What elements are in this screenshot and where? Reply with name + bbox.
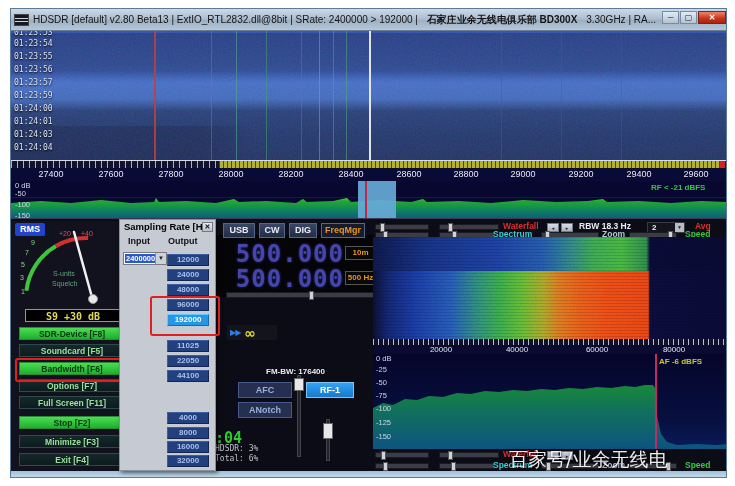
input-header: Input (128, 236, 150, 246)
close-icon[interactable]: ✕ (698, 11, 726, 24)
meter-tick: 3 (20, 274, 24, 281)
freq-tick: 28600 (389, 169, 429, 179)
fast-forward-icon[interactable]: ▶▶ (230, 328, 240, 337)
waterfall-upper-slider[interactable] (375, 224, 429, 230)
afc-button[interactable]: AFC (238, 382, 292, 398)
slider-thumb[interactable] (451, 462, 456, 471)
minimize-button[interactable]: Minimize [F3] (19, 435, 125, 448)
slider-thumb[interactable] (381, 451, 386, 460)
exit-button[interactable]: Exit [F4] (19, 453, 125, 466)
lo-frequency-display[interactable]: 500.000 (216, 243, 344, 266)
fm-bandwidth-readout: FM-BW: 176400 (266, 367, 325, 376)
af-freq-tick: 40000 (493, 345, 541, 354)
rate-option[interactable]: 24000 (167, 269, 209, 281)
hdsdr-window: HDSDR [default] v2.80 Beta13 | ExtIO_RTL… (10, 8, 727, 478)
rate-option[interactable]: 12000 (167, 254, 209, 266)
rate-option[interactable]: 8000 (167, 427, 209, 439)
playback-controls[interactable]: ▶▶ ∞ (227, 325, 277, 340)
stop-button[interactable]: Stop [F2] (19, 416, 125, 429)
signal-trace (333, 31, 334, 160)
input-rate-select[interactable]: 2400000 ▼ (123, 252, 167, 265)
volume-slider-thumb[interactable] (323, 423, 333, 439)
rf-gain-button[interactable]: RF-1 (306, 382, 354, 398)
title-right: 3.30GHz | RA... (586, 14, 656, 25)
slider-thumb[interactable] (448, 451, 453, 460)
rate-option[interactable]: 48000 (167, 284, 209, 296)
freq-tick: 27400 (31, 169, 71, 179)
fullscreen-button[interactable]: Full Screen [F11] (19, 396, 125, 409)
rf-frequency-ruler[interactable] (11, 160, 727, 168)
meter-tick: 5 (21, 261, 25, 268)
titlebar[interactable]: HDSDR [default] v2.80 Beta13 | ExtIO_RTL… (11, 9, 727, 31)
minimize-icon[interactable]: ─ (662, 11, 679, 24)
soundcard-button[interactable]: Soundcard [F5] (19, 344, 125, 357)
s-meter-readout: S9 +30 dB (25, 309, 121, 322)
s-meter-gauge: 1 3 5 7 9 +20 +40 S-units Squelch (13, 225, 135, 309)
rf-spectrum[interactable]: 0 dB -50 -100 -150 RF < -21 dBFS (11, 181, 727, 219)
tune-cursor[interactable] (365, 181, 367, 219)
meter-tick: 1 (21, 288, 25, 295)
signal-trace (211, 31, 212, 160)
db-label: -100 (15, 200, 30, 209)
maximize-icon[interactable]: ▢ (680, 11, 697, 24)
timestamp: 01:23:53 (14, 31, 53, 37)
waterfall-upper-slider-bottom[interactable] (375, 452, 429, 458)
avg-dropdown-icon[interactable]: ▼ (675, 223, 684, 232)
rbw-increase-icon[interactable]: ▸ (561, 223, 573, 232)
timestamp: 01:23:54 (14, 39, 53, 48)
af-db-label: -75 (376, 391, 387, 400)
tuning-slider-thumb[interactable] (309, 291, 314, 300)
meter-mode-badge[interactable]: RMS (15, 223, 45, 236)
dialog-close-icon[interactable]: ✕ (202, 222, 213, 232)
loop-icon[interactable]: ∞ (244, 328, 256, 338)
rate-option[interactable]: 11025 (167, 340, 209, 352)
rate-option[interactable]: 44100 (167, 370, 209, 382)
bandwidth-highlight-annotation (15, 358, 133, 382)
af-cursor[interactable] (655, 354, 657, 449)
meter-caption: Squelch (52, 280, 77, 288)
timestamp: 01:24:04 (14, 143, 53, 152)
rf-waterfall[interactable]: 01:23:53 01:23:54 01:23:55 01:23:56 01:2… (11, 31, 727, 160)
af-waterfall[interactable] (373, 237, 727, 339)
output-header: Output (168, 236, 198, 246)
spectrum-lower-slider-bottom[interactable] (439, 463, 495, 469)
freq-tick: 27800 (151, 169, 191, 179)
freq-tick: 28400 (331, 169, 371, 179)
rate-option[interactable]: 22050 (167, 355, 209, 367)
slider-thumb[interactable] (383, 462, 388, 471)
rate-option[interactable]: 32000 (167, 455, 209, 467)
db-label: -150 (15, 211, 30, 219)
tuning-slider[interactable] (226, 292, 378, 298)
freq-tick: 28200 (271, 169, 311, 179)
rate-option[interactable]: 16000 (167, 441, 209, 453)
sampling-rate-dialog[interactable]: Sampling Rate [Hz] ✕ Input Output 240000… (119, 219, 216, 471)
passband-highlight[interactable] (358, 181, 396, 219)
timestamp: 01:23:55 (14, 52, 53, 61)
freq-tick: 29600 (676, 169, 716, 179)
input-dropdown-icon[interactable]: ▼ (155, 253, 166, 264)
anotch-button[interactable]: ANotch (238, 402, 292, 418)
mode-usb-button[interactable]: USB (223, 223, 255, 238)
db-label: -50 (15, 189, 26, 198)
screenshot-root: HDSDR [default] v2.80 Beta13 | ExtIO_RTL… (0, 0, 735, 486)
freq-tick: 28800 (446, 169, 486, 179)
af-freq-tick: 80000 (650, 345, 698, 354)
af-db-label: 0 dB (376, 354, 391, 363)
rate-option[interactable]: 4000 (167, 412, 209, 424)
tune-frequency-display[interactable]: 500.000 (216, 268, 344, 291)
freqmgr-button[interactable]: FreqMgr (321, 223, 365, 238)
mode-dig-button[interactable]: DIG (289, 223, 317, 238)
watermark: 百家号/业余无线电 (509, 447, 727, 473)
sdr-device-button[interactable]: SDR-Device [F8] (19, 327, 125, 340)
spectrum-upper-slider-bottom[interactable] (375, 463, 429, 469)
mode-cw-button[interactable]: CW (259, 223, 285, 238)
af-frequency-labels: 20000 40000 60000 80000 (373, 345, 727, 354)
step-select[interactable]: 500 Hz (345, 271, 376, 285)
band-select[interactable]: 10m (345, 246, 376, 260)
dialog-title: Sampling Rate [Hz] (124, 221, 211, 232)
bandwidth-slider-thumb[interactable] (294, 378, 304, 391)
ruler-band-segment (219, 161, 722, 168)
waterfall-lower-slider[interactable] (439, 224, 499, 230)
waterfall-lower-slider-bottom[interactable] (439, 452, 499, 458)
af-spectrum[interactable]: 0 dB -25 -50 -75 -100 -125 -150 AF -6 dB… (373, 354, 727, 449)
